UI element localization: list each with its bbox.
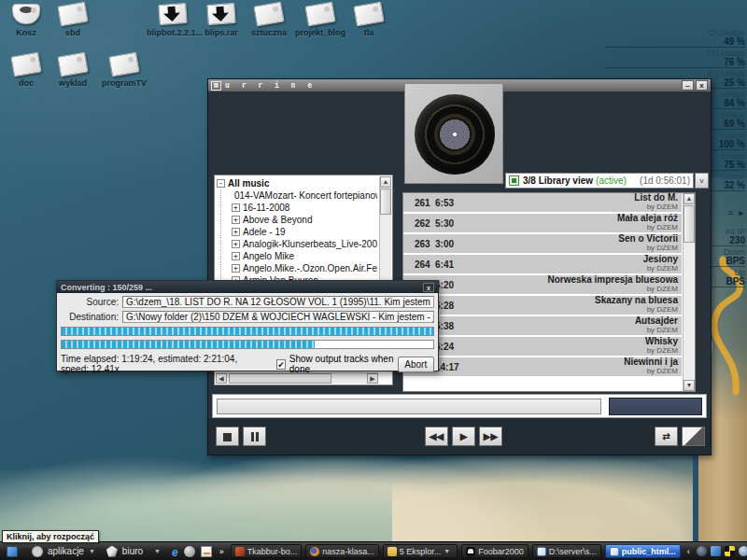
playlist-row[interactable]: 268 6:24 Whisky by DŻEM bbox=[403, 337, 682, 356]
desktop-icon-sztuczna[interactable]: sztuczna bbox=[243, 4, 295, 37]
tray-collapse-icon[interactable]: ‹ bbox=[687, 547, 690, 556]
close-button[interactable]: x bbox=[696, 80, 708, 91]
scrollbar-thumb[interactable] bbox=[229, 373, 331, 384]
desktop-icon-blipbot[interactable]: blipbot.2.2.1... bbox=[147, 4, 199, 37]
expand-icon[interactable]: + bbox=[232, 203, 240, 212]
playlist-row[interactable]: 267 5:38 Autsajder by DŻEM bbox=[403, 316, 682, 335]
playlist-row[interactable]: 269 14:17 Niewinni i ja by DŻEM bbox=[403, 357, 682, 376]
expand-icon[interactable]: + bbox=[232, 228, 240, 236]
previous-button[interactable]: ◀◀ bbox=[425, 427, 448, 446]
track-artist: by DŻEM bbox=[595, 305, 678, 315]
task-icon bbox=[235, 547, 245, 556]
task-foobar2000[interactable]: Foobar2000 bbox=[461, 544, 529, 558]
desktop-icon-doc[interactable]: doc bbox=[0, 54, 52, 88]
playlist-header[interactable]: 3/8 Library view (active) (1d 0:56:01) bbox=[505, 173, 694, 189]
scroll-left-icon[interactable]: ◀ bbox=[216, 373, 227, 384]
office-menu-icon[interactable] bbox=[106, 546, 118, 557]
desktop-icon-projekt-blog[interactable]: projekt_blog bbox=[294, 4, 346, 37]
desktop-icon-kosz[interactable]: Kosz bbox=[0, 4, 52, 37]
track-number: 262 bbox=[403, 218, 435, 229]
expand-icon[interactable]: + bbox=[232, 264, 240, 273]
minimize-button[interactable]: – bbox=[682, 80, 694, 91]
stop-button[interactable] bbox=[216, 427, 239, 446]
playlist-row[interactable]: 265 6:20 Norweska impresja bluesowa by D… bbox=[403, 275, 682, 294]
track-title: Skazany na bluesa bbox=[595, 296, 678, 305]
applications-menu[interactable]: aplikacje ▼ bbox=[46, 546, 98, 556]
playlist-row[interactable]: 266 5:28 Skazany na bluesa by DŻEM bbox=[403, 296, 682, 315]
task-server-notes[interactable]: D:\server\s... bbox=[532, 544, 601, 558]
notepad-icon[interactable] bbox=[201, 546, 212, 557]
tree-item[interactable]: + 16-11-2008 bbox=[217, 202, 377, 214]
desktop-icon-wyklad[interactable]: wyklad bbox=[47, 54, 99, 88]
expand-icon[interactable]: + bbox=[232, 216, 240, 224]
tree-item[interactable]: + Angelo.Mike.-.Ozon.Open.Air.Festival.2… bbox=[217, 262, 377, 274]
office-menu[interactable]: biuro ▼ bbox=[120, 546, 163, 556]
tree-item[interactable]: + Above & Beyond bbox=[217, 214, 377, 226]
abort-button[interactable]: Abort bbox=[398, 357, 435, 372]
play-button[interactable]: ▶ bbox=[452, 427, 475, 446]
tree-item[interactable]: 014-VAMozart- Koncert fortepianowy.mp3 bbox=[217, 189, 377, 202]
pause-button[interactable] bbox=[243, 427, 266, 446]
crossfade-button[interactable] bbox=[682, 427, 705, 446]
destination-path-field[interactable]: G:\Nowy folder (2)\150 DŻEM & WOJCIECH W… bbox=[122, 311, 434, 323]
checkbox-check-icon[interactable]: ✔ bbox=[276, 359, 286, 370]
close-icon[interactable]: x bbox=[423, 283, 434, 292]
tree-item[interactable]: + Adele - 19 bbox=[217, 226, 377, 238]
expand-icon[interactable]: + bbox=[232, 240, 240, 248]
tree-item[interactable]: + Analogik-Klunserbeats_Live-2008-pLAN9 bbox=[217, 238, 377, 250]
playlist-view-label: 3/8 Library view bbox=[523, 175, 593, 186]
converting-titlebar[interactable]: Converting : 150/259 ... x bbox=[57, 281, 438, 293]
source-label: Source: bbox=[61, 297, 122, 307]
playlist-row[interactable]: 263 3:00 Sen o Victorii by DŻEM bbox=[403, 234, 682, 253]
show-output-checkbox[interactable]: ✔ Show output tracks when done bbox=[276, 354, 397, 374]
icon-label: blipbot.2.2.1... bbox=[147, 28, 199, 37]
vinyl-record-icon bbox=[415, 94, 495, 175]
spectrum-display[interactable] bbox=[609, 398, 702, 415]
task-public-html[interactable]: public_html... bbox=[605, 544, 681, 558]
scroll-up-icon[interactable]: ▲ bbox=[380, 176, 391, 188]
opera-tray-icon[interactable] bbox=[697, 546, 707, 556]
track-artist: by DŻEM bbox=[617, 223, 678, 232]
tree-root[interactable]: - All music bbox=[217, 177, 377, 189]
file-icon bbox=[353, 2, 384, 27]
scrollbar-thumb[interactable] bbox=[380, 189, 391, 215]
task-tkabbur[interactable]: Tkabbur-bo... bbox=[231, 544, 303, 558]
scroll-up-icon[interactable]: ▲ bbox=[684, 193, 695, 204]
track-artist: by DŻEM bbox=[635, 326, 678, 335]
desktop-icon-sbd[interactable]: sbd bbox=[47, 4, 99, 37]
applications-menu-icon[interactable] bbox=[32, 546, 43, 557]
expand-icon[interactable]: + bbox=[232, 252, 240, 260]
task-explorer-group[interactable]: 5 Eksplor... ▼ bbox=[383, 544, 458, 558]
start-tooltip: Kliknij, aby rozpocząć bbox=[2, 530, 99, 543]
scrollbar-thumb[interactable] bbox=[684, 205, 695, 243]
sphere-app-icon[interactable] bbox=[184, 546, 195, 557]
desktop-icon-blips-rar[interactable]: blips.rar bbox=[195, 4, 247, 37]
collapse-icon[interactable]: - bbox=[217, 179, 225, 188]
playlist-combo-button[interactable]: v bbox=[695, 173, 709, 189]
tree-item[interactable]: + Angelo Mike bbox=[217, 250, 377, 262]
seek-bar[interactable] bbox=[217, 399, 601, 414]
playlist-row[interactable]: 261 6:53 List do M. by DŻEM bbox=[403, 193, 682, 212]
browser-icon[interactable]: e bbox=[172, 546, 178, 557]
window-menu-icon[interactable]: m bbox=[211, 81, 221, 91]
source-path-field[interactable]: G:\dzem_\18. LIST DO R. NA 12 GŁOSÓW VOL… bbox=[122, 296, 434, 308]
repeat-button[interactable]: ⇄ bbox=[655, 427, 678, 446]
playlist-active-state: (active) bbox=[596, 175, 627, 186]
playlist-row[interactable]: 264 6:41 Jesiony by DŻEM bbox=[403, 255, 682, 273]
playlist-row[interactable]: 262 5:30 Mała aleja róż by DŻEM bbox=[403, 214, 682, 232]
quicklaunch-overflow-icon[interactable]: » bbox=[219, 547, 224, 556]
playlist-view-icon bbox=[509, 175, 519, 186]
desktop-icon-programtv[interactable]: programTV bbox=[98, 54, 150, 88]
start-button[interactable] bbox=[7, 546, 18, 557]
checkered-tray-icon[interactable] bbox=[725, 546, 735, 556]
task-nasza-klasa[interactable]: nasza-klasa... bbox=[305, 544, 379, 558]
scroll-right-icon[interactable]: ▶ bbox=[367, 373, 378, 384]
desktop-icon-tla[interactable]: tla bbox=[343, 4, 395, 37]
next-button[interactable]: ▶▶ bbox=[479, 427, 502, 446]
playlist-scrollbar[interactable]: ▲ ▼ bbox=[683, 193, 695, 391]
scroll-down-icon[interactable]: ▼ bbox=[684, 380, 695, 391]
track-title: Mała aleja róż bbox=[617, 214, 678, 223]
globe-tray-icon[interactable] bbox=[739, 546, 747, 556]
track-time: 6:24 bbox=[435, 342, 478, 352]
messenger-tray-icon[interactable] bbox=[711, 546, 721, 556]
